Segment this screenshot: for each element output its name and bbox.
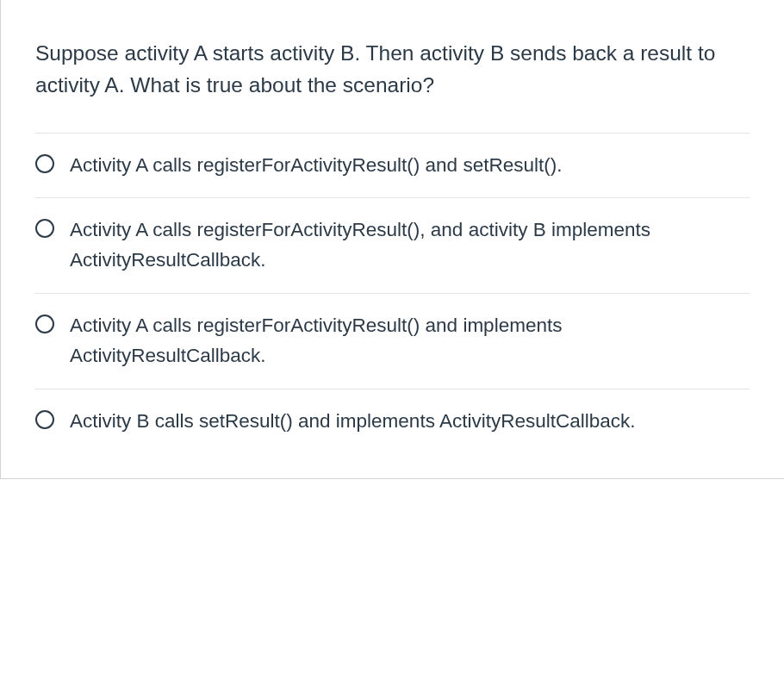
question-text: Suppose activity A starts activity B. Th… (1, 0, 784, 133)
option-row[interactable]: Activity A calls registerForActivityResu… (35, 197, 750, 293)
question-card: Suppose activity A starts activity B. Th… (0, 0, 784, 479)
option-label[interactable]: Activity A calls registerForActivityResu… (70, 311, 750, 371)
option-label[interactable]: Activity A calls registerForActivityResu… (70, 215, 750, 276)
option-row[interactable]: Activity A calls registerForActivityResu… (35, 293, 750, 389)
option-row[interactable]: Activity B calls setResult() and impleme… (35, 389, 750, 454)
radio-input[interactable] (35, 154, 54, 173)
radio-input[interactable] (35, 410, 54, 429)
options-list: Activity A calls registerForActivityResu… (1, 133, 784, 478)
option-label[interactable]: Activity B calls setResult() and impleme… (70, 407, 635, 437)
radio-input[interactable] (35, 219, 54, 238)
option-row[interactable]: Activity A calls registerForActivityResu… (35, 133, 750, 198)
radio-input[interactable] (35, 315, 54, 333)
option-label[interactable]: Activity A calls registerForActivityResu… (70, 151, 562, 181)
